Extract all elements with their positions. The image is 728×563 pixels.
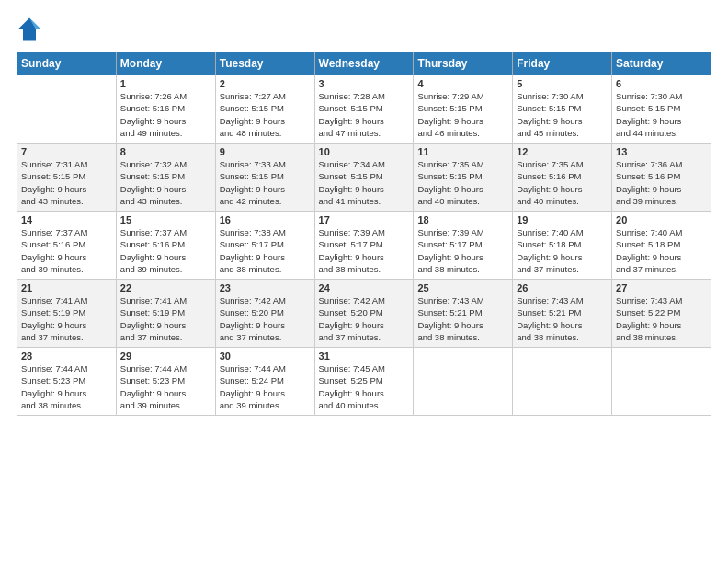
week-row-3: 21Sunrise: 7:41 AMSunset: 5:19 PMDayligh… xyxy=(17,280,711,348)
day-info: Sunrise: 7:34 AMSunset: 5:15 PMDaylight:… xyxy=(319,158,410,207)
calendar-table: SundayMondayTuesdayWednesdayThursdayFrid… xyxy=(17,52,711,416)
day-info: Sunrise: 7:42 AMSunset: 5:20 PMDaylight:… xyxy=(319,294,410,343)
day-cell xyxy=(17,75,117,144)
day-cell xyxy=(513,348,612,416)
day-number: 11 xyxy=(417,146,508,157)
day-number: 24 xyxy=(319,282,410,293)
header-cell-sunday: Sunday xyxy=(17,52,117,75)
day-cell: 3Sunrise: 7:28 AMSunset: 5:15 PMDaylight… xyxy=(314,75,414,144)
day-info: Sunrise: 7:39 AMSunset: 5:17 PMDaylight:… xyxy=(319,226,410,275)
week-row-2: 14Sunrise: 7:37 AMSunset: 5:16 PMDayligh… xyxy=(17,212,711,280)
day-cell: 6Sunrise: 7:30 AMSunset: 5:15 PMDaylight… xyxy=(612,75,711,144)
day-number: 9 xyxy=(220,146,311,157)
day-cell: 23Sunrise: 7:42 AMSunset: 5:20 PMDayligh… xyxy=(215,280,314,348)
day-cell: 19Sunrise: 7:40 AMSunset: 5:18 PMDayligh… xyxy=(513,212,612,280)
header-row: SundayMondayTuesdayWednesdayThursdayFrid… xyxy=(17,52,711,75)
header-cell-thursday: Thursday xyxy=(414,52,513,75)
day-number: 1 xyxy=(120,78,211,89)
day-info: Sunrise: 7:43 AMSunset: 5:21 PMDaylight:… xyxy=(517,294,608,343)
day-cell: 27Sunrise: 7:43 AMSunset: 5:22 PMDayligh… xyxy=(612,280,711,348)
day-number: 20 xyxy=(616,214,707,225)
day-cell: 21Sunrise: 7:41 AMSunset: 5:19 PMDayligh… xyxy=(17,280,117,348)
day-cell: 29Sunrise: 7:44 AMSunset: 5:23 PMDayligh… xyxy=(116,348,215,416)
calendar-header: SundayMondayTuesdayWednesdayThursdayFrid… xyxy=(17,52,711,75)
day-number: 13 xyxy=(616,146,707,157)
day-info: Sunrise: 7:30 AMSunset: 5:15 PMDaylight:… xyxy=(616,90,707,139)
day-info: Sunrise: 7:44 AMSunset: 5:23 PMDaylight:… xyxy=(120,362,211,411)
day-info: Sunrise: 7:43 AMSunset: 5:21 PMDaylight:… xyxy=(417,294,508,343)
day-cell: 12Sunrise: 7:35 AMSunset: 5:16 PMDayligh… xyxy=(513,144,612,212)
day-cell: 5Sunrise: 7:30 AMSunset: 5:15 PMDaylight… xyxy=(513,75,612,144)
header-cell-wednesday: Wednesday xyxy=(314,52,414,75)
day-cell: 16Sunrise: 7:38 AMSunset: 5:17 PMDayligh… xyxy=(215,212,314,280)
day-number: 27 xyxy=(616,282,707,293)
day-info: Sunrise: 7:33 AMSunset: 5:15 PMDaylight:… xyxy=(220,158,311,207)
day-info: Sunrise: 7:41 AMSunset: 5:19 PMDaylight:… xyxy=(21,294,112,343)
day-cell: 30Sunrise: 7:44 AMSunset: 5:24 PMDayligh… xyxy=(215,348,314,416)
day-cell xyxy=(612,348,711,416)
day-info: Sunrise: 7:27 AMSunset: 5:15 PMDaylight:… xyxy=(220,90,311,139)
day-number: 26 xyxy=(517,282,608,293)
day-cell: 4Sunrise: 7:29 AMSunset: 5:15 PMDaylight… xyxy=(414,75,513,144)
day-number: 5 xyxy=(517,78,608,89)
day-cell: 26Sunrise: 7:43 AMSunset: 5:21 PMDayligh… xyxy=(513,280,612,348)
day-number: 21 xyxy=(21,282,112,293)
day-cell: 8Sunrise: 7:32 AMSunset: 5:15 PMDaylight… xyxy=(116,144,215,212)
day-info: Sunrise: 7:35 AMSunset: 5:15 PMDaylight:… xyxy=(417,158,508,207)
day-number: 16 xyxy=(220,214,311,225)
day-number: 17 xyxy=(319,214,410,225)
day-number: 2 xyxy=(220,78,311,89)
day-cell: 31Sunrise: 7:45 AMSunset: 5:25 PMDayligh… xyxy=(314,348,414,416)
day-cell: 11Sunrise: 7:35 AMSunset: 5:15 PMDayligh… xyxy=(414,144,513,212)
day-info: Sunrise: 7:45 AMSunset: 5:25 PMDaylight:… xyxy=(319,362,410,411)
day-cell: 13Sunrise: 7:36 AMSunset: 5:16 PMDayligh… xyxy=(612,144,711,212)
day-info: Sunrise: 7:37 AMSunset: 5:16 PMDaylight:… xyxy=(120,226,211,275)
day-number: 6 xyxy=(616,78,707,89)
header-cell-saturday: Saturday xyxy=(612,52,711,75)
day-cell: 17Sunrise: 7:39 AMSunset: 5:17 PMDayligh… xyxy=(314,212,414,280)
day-number: 7 xyxy=(21,146,112,157)
day-cell: 14Sunrise: 7:37 AMSunset: 5:16 PMDayligh… xyxy=(17,212,117,280)
day-info: Sunrise: 7:35 AMSunset: 5:16 PMDaylight:… xyxy=(517,158,608,207)
day-number: 23 xyxy=(220,282,311,293)
day-number: 3 xyxy=(319,78,410,89)
header xyxy=(17,17,711,42)
day-number: 4 xyxy=(417,78,508,89)
day-info: Sunrise: 7:31 AMSunset: 5:15 PMDaylight:… xyxy=(21,158,112,207)
day-number: 25 xyxy=(417,282,508,293)
day-number: 31 xyxy=(319,350,410,362)
day-info: Sunrise: 7:26 AMSunset: 5:16 PMDaylight:… xyxy=(120,90,211,139)
day-cell: 10Sunrise: 7:34 AMSunset: 5:15 PMDayligh… xyxy=(314,144,414,212)
page: SundayMondayTuesdayWednesdayThursdayFrid… xyxy=(0,0,728,563)
day-info: Sunrise: 7:42 AMSunset: 5:20 PMDaylight:… xyxy=(220,294,311,343)
day-info: Sunrise: 7:28 AMSunset: 5:15 PMDaylight:… xyxy=(319,90,410,139)
day-info: Sunrise: 7:44 AMSunset: 5:24 PMDaylight:… xyxy=(220,362,311,411)
day-number: 8 xyxy=(120,146,211,157)
day-cell: 20Sunrise: 7:40 AMSunset: 5:18 PMDayligh… xyxy=(612,212,711,280)
day-number: 10 xyxy=(319,146,410,157)
day-info: Sunrise: 7:36 AMSunset: 5:16 PMDaylight:… xyxy=(616,158,707,207)
day-info: Sunrise: 7:41 AMSunset: 5:19 PMDaylight:… xyxy=(120,294,211,343)
day-cell: 1Sunrise: 7:26 AMSunset: 5:16 PMDaylight… xyxy=(116,75,215,144)
logo-icon xyxy=(17,17,42,42)
day-number: 14 xyxy=(21,214,112,225)
day-number: 28 xyxy=(21,350,112,362)
day-cell: 15Sunrise: 7:37 AMSunset: 5:16 PMDayligh… xyxy=(116,212,215,280)
header-cell-tuesday: Tuesday xyxy=(215,52,314,75)
day-info: Sunrise: 7:40 AMSunset: 5:18 PMDaylight:… xyxy=(616,226,707,275)
logo xyxy=(17,17,46,42)
day-info: Sunrise: 7:39 AMSunset: 5:17 PMDaylight:… xyxy=(417,226,508,275)
day-number: 29 xyxy=(120,350,211,362)
day-cell: 2Sunrise: 7:27 AMSunset: 5:15 PMDaylight… xyxy=(215,75,314,144)
week-row-1: 7Sunrise: 7:31 AMSunset: 5:15 PMDaylight… xyxy=(17,144,711,212)
day-info: Sunrise: 7:37 AMSunset: 5:16 PMDaylight:… xyxy=(21,226,112,275)
day-cell: 22Sunrise: 7:41 AMSunset: 5:19 PMDayligh… xyxy=(116,280,215,348)
header-cell-friday: Friday xyxy=(513,52,612,75)
calendar-body: 1Sunrise: 7:26 AMSunset: 5:16 PMDaylight… xyxy=(17,75,711,416)
day-info: Sunrise: 7:29 AMSunset: 5:15 PMDaylight:… xyxy=(417,90,508,139)
day-cell: 9Sunrise: 7:33 AMSunset: 5:15 PMDaylight… xyxy=(215,144,314,212)
day-info: Sunrise: 7:32 AMSunset: 5:15 PMDaylight:… xyxy=(120,158,211,207)
day-number: 30 xyxy=(220,350,311,362)
day-info: Sunrise: 7:40 AMSunset: 5:18 PMDaylight:… xyxy=(517,226,608,275)
day-cell: 18Sunrise: 7:39 AMSunset: 5:17 PMDayligh… xyxy=(414,212,513,280)
